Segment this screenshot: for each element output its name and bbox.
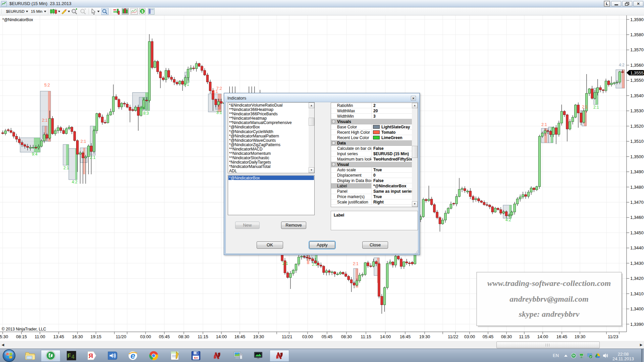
svg-text:skype: andreybbrv: skype: andreybbrv — [519, 310, 580, 318]
svg-text:andreybbrv@gmail.com: andreybbrv@gmail.com — [509, 295, 588, 303]
svg-text:1,3560: 1,3560 — [630, 63, 644, 68]
svg-text:16:30: 16:30 — [72, 334, 83, 339]
svg-text:08:30: 08:30 — [501, 334, 512, 339]
svg-text:2:1: 2:1 — [183, 82, 189, 87]
svg-text:11:15: 11:15 — [519, 334, 530, 339]
svg-text:2:1: 2:1 — [90, 155, 96, 160]
svg-text:7:2: 7:2 — [216, 86, 222, 91]
svg-text:11:15: 11:15 — [198, 334, 208, 339]
svg-text:$: $ — [141, 9, 143, 13]
svg-text:05:45: 05:45 — [159, 334, 170, 339]
svg-text:2:1: 2:1 — [42, 118, 48, 123]
svg-text:11/20: 11/20 — [116, 334, 126, 339]
svg-text:05:30: 05:30 — [0, 334, 8, 339]
svg-text:2:1: 2:1 — [282, 261, 288, 266]
svg-text:*@NindicatorBox: *@NindicatorBox — [2, 17, 33, 22]
svg-text:1,3555: 1,3555 — [630, 70, 644, 75]
svg-text:14:00: 14:00 — [216, 334, 227, 339]
svg-text:08:30: 08:30 — [341, 334, 352, 339]
svg-text:1,3530: 1,3530 — [630, 108, 644, 113]
svg-text:2:1: 2:1 — [140, 105, 146, 110]
svg-text:Б4: Б4 — [194, 356, 198, 359]
svg-text:1,3590: 1,3590 — [630, 17, 644, 22]
svg-text:4:2: 4:2 — [72, 180, 77, 184]
svg-text:1,3460: 1,3460 — [630, 215, 644, 220]
svg-text:2:1: 2:1 — [593, 105, 599, 110]
svg-text:19:30: 19:30 — [419, 334, 430, 339]
svg-text:2:1: 2:1 — [80, 139, 86, 144]
svg-text:03:00: 03:00 — [302, 334, 313, 339]
svg-text:2:1: 2:1 — [541, 122, 547, 127]
svg-text:14:00: 14:00 — [537, 334, 548, 339]
svg-text:11/22: 11/22 — [448, 334, 459, 339]
svg-text:5:2: 5:2 — [44, 83, 50, 87]
svg-text:1,3450: 1,3450 — [630, 230, 644, 235]
svg-text:16:45: 16:45 — [556, 334, 568, 339]
svg-text:19:30: 19:30 — [253, 334, 264, 339]
svg-text:1,3580: 1,3580 — [630, 32, 644, 37]
svg-text:1,3510: 1,3510 — [630, 139, 644, 144]
svg-text:1,3440: 1,3440 — [630, 245, 644, 250]
svg-text:16:45: 16:45 — [400, 334, 411, 339]
svg-text:08:30: 08:30 — [178, 334, 190, 339]
svg-text:2:1: 2:1 — [582, 105, 588, 109]
svg-text:11:00: 11:00 — [35, 334, 45, 339]
svg-text:1,3540: 1,3540 — [630, 93, 644, 98]
svg-text:1,3570: 1,3570 — [630, 47, 644, 52]
svg-text:16:45: 16:45 — [234, 334, 246, 339]
svg-text:3:1: 3:1 — [216, 110, 222, 115]
svg-text:2:1: 2:1 — [312, 262, 318, 267]
svg-text:4:2: 4:2 — [619, 63, 625, 67]
svg-text:08:15: 08:15 — [16, 334, 27, 339]
svg-text:1,3390: 1,3390 — [630, 322, 644, 327]
svg-text:www.trading-software-collectio: www.trading-software-collection.com — [487, 279, 611, 288]
svg-text:1,3490: 1,3490 — [630, 169, 644, 174]
svg-text:11/23: 11/23 — [608, 334, 619, 339]
svg-text:11/21: 11/21 — [282, 334, 292, 339]
svg-text:9:4: 9:4 — [32, 152, 38, 157]
svg-text:4: 4 — [71, 354, 74, 360]
svg-text:2:1: 2:1 — [353, 261, 359, 266]
svg-text:05:45: 05:45 — [322, 334, 333, 339]
svg-text:03:00: 03:00 — [140, 334, 151, 339]
svg-text:1,3420: 1,3420 — [630, 276, 644, 281]
svg-text:2:1: 2:1 — [63, 166, 69, 170]
svg-text:© 2013 NinjaTrader, LLC: © 2013 NinjaTrader, LLC — [2, 327, 46, 331]
svg-text:05:45: 05:45 — [483, 334, 494, 339]
svg-text:1,3410: 1,3410 — [630, 291, 644, 296]
svg-text:19:30: 19:30 — [575, 334, 586, 339]
svg-text:4:2: 4:2 — [505, 218, 511, 222]
svg-text:1,3400: 1,3400 — [630, 306, 644, 311]
svg-text:14:00: 14:00 — [380, 334, 391, 339]
svg-text:19:15: 19:15 — [91, 334, 102, 339]
svg-text:11:15: 11:15 — [361, 334, 371, 339]
svg-text:1,3520: 1,3520 — [630, 124, 644, 129]
svg-text:1,3550: 1,3550 — [630, 78, 644, 83]
svg-text:1,3480: 1,3480 — [630, 185, 644, 190]
svg-text:F: F — [67, 353, 71, 359]
svg-text:1,3430: 1,3430 — [630, 261, 644, 266]
svg-text:1,3470: 1,3470 — [630, 200, 644, 205]
svg-text:13:45: 13:45 — [53, 334, 64, 339]
svg-text:1,3500: 1,3500 — [630, 154, 644, 159]
svg-text:8:3: 8:3 — [143, 111, 149, 116]
svg-text:Я: Я — [89, 352, 93, 359]
svg-text:03:00: 03:00 — [464, 334, 475, 339]
